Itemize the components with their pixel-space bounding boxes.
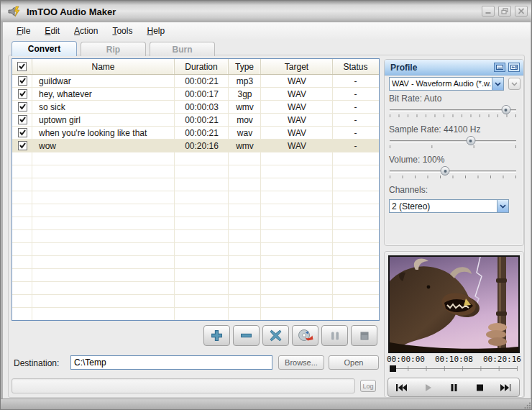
table-row-selected[interactable]: wow 00:20:16 wmv WAV -	[12, 140, 379, 152]
slider-ticks	[390, 114, 516, 117]
stop-button[interactable]	[351, 325, 377, 346]
file-list-body: guildwar 00:00:21 mp3 WAV - hey, whateve…	[12, 75, 379, 320]
empty-rows	[12, 152, 379, 320]
select-all-checkbox[interactable]	[17, 62, 27, 71]
row-checkbox[interactable]	[18, 102, 27, 111]
resize-grip[interactable]	[523, 401, 531, 409]
cell-type: mov	[229, 114, 261, 126]
header-check-cell	[12, 59, 32, 74]
menu-tools[interactable]: Tools	[112, 26, 132, 36]
file-list: Name Duration Type Target Status guildwa…	[12, 58, 380, 321]
row-checkbox[interactable]	[18, 89, 27, 99]
tab-burn[interactable]: Burn	[150, 42, 215, 56]
sample-rate-slider[interactable]	[390, 135, 516, 151]
window-title: ImTOO Audio Maker	[27, 6, 116, 17]
minimize-button[interactable]	[482, 6, 495, 17]
time-current: 00:10:08	[435, 355, 473, 364]
cell-status: -	[333, 127, 378, 139]
play-button[interactable]	[414, 378, 440, 396]
format-extra-button[interactable]	[508, 78, 520, 90]
seek-thumb[interactable]	[390, 365, 396, 372]
menu-bar: File Edit Action Tools Help	[3, 22, 531, 39]
skip-back-button[interactable]	[388, 378, 414, 396]
stop-playback-button[interactable]	[467, 378, 492, 396]
chevron-down-icon[interactable]	[492, 78, 503, 90]
window-controls	[482, 6, 528, 17]
cell-name: so sick	[32, 101, 175, 113]
profile-panel-icon[interactable]	[494, 63, 505, 72]
chevron-down-icon[interactable]	[497, 200, 508, 212]
menu-help[interactable]: Help	[147, 26, 165, 36]
collapse-panel-icon[interactable]	[508, 63, 520, 72]
browse-button[interactable]: Browse...	[278, 355, 324, 370]
cell-duration: 00:00:21	[175, 75, 229, 87]
slider-track	[390, 140, 516, 142]
add-file-button[interactable]	[203, 325, 230, 346]
bit-rate-label: Bit Rate: Auto	[389, 94, 441, 104]
menu-edit[interactable]: Edit	[45, 26, 60, 36]
channels-select[interactable]: 2 (Stereo)	[389, 199, 509, 213]
cell-name: wow	[32, 140, 175, 152]
table-row[interactable]: so sick 00:00:03 wmv WAV -	[12, 101, 379, 114]
header-duration[interactable]: Duration	[175, 59, 229, 74]
volume-thumb[interactable]	[441, 166, 450, 176]
destination-input[interactable]	[70, 355, 272, 370]
cell-type: wav	[229, 127, 261, 139]
restore-button[interactable]	[498, 6, 511, 17]
profile-title: Profile	[390, 63, 491, 73]
pause-playback-button[interactable]	[441, 378, 467, 396]
row-checkbox[interactable]	[18, 76, 27, 86]
skip-forward-button[interactable]	[493, 378, 519, 396]
table-row[interactable]: guildwar 00:00:21 mp3 WAV -	[12, 75, 379, 88]
cell-target: WAV	[261, 88, 333, 100]
titlebar: ImTOO Audio Maker	[1, 1, 532, 22]
menu-action[interactable]: Action	[74, 26, 98, 36]
cell-name: when you're looking like that	[32, 127, 175, 139]
header-type[interactable]: Type	[229, 59, 261, 74]
slider-ticks	[390, 176, 516, 178]
bit-rate-slider[interactable]	[390, 104, 516, 120]
table-row[interactable]: when you're looking like that 00:00:21 w…	[12, 127, 379, 140]
pause-button[interactable]	[321, 325, 348, 346]
menu-file[interactable]: File	[17, 26, 30, 36]
volume-slider[interactable]	[390, 165, 516, 181]
cell-name: uptown girl	[32, 114, 175, 126]
cell-status: -	[333, 88, 378, 100]
row-checkbox[interactable]	[18, 115, 27, 124]
close-button[interactable]	[515, 6, 528, 17]
format-select[interactable]: WAV - Waveform Audio (*.w.	[389, 77, 504, 91]
row-checkbox[interactable]	[18, 128, 27, 137]
seek-slider[interactable]	[390, 364, 518, 374]
header-name[interactable]: Name	[32, 59, 175, 74]
destination-label: Destination:	[14, 358, 59, 368]
cell-duration: 00:00:03	[175, 101, 229, 113]
convert-button[interactable]	[292, 325, 318, 346]
tab-strip: Convert Rip Burn	[12, 41, 215, 56]
channels-value: 2 (Stereo)	[390, 200, 497, 212]
header-target[interactable]: Target	[261, 59, 333, 74]
time-start: 00:00:00	[387, 355, 425, 364]
table-row[interactable]: hey, whatever 00:00:17 3gp WAV -	[12, 88, 379, 101]
time-display: 00:00:00 00:10:08 00:20:16	[387, 355, 521, 364]
slider-ticks	[390, 145, 516, 148]
bit-rate-thumb[interactable]	[501, 105, 510, 114]
cell-status: -	[333, 114, 378, 126]
cell-target: WAV	[261, 75, 333, 87]
sample-rate-thumb[interactable]	[466, 136, 475, 145]
log-button[interactable]: Log	[360, 380, 376, 392]
clear-list-button[interactable]	[262, 325, 289, 346]
cell-duration: 00:00:21	[175, 127, 229, 139]
playback-controls	[387, 378, 520, 397]
volume-label: Volume: 100%	[389, 155, 444, 165]
cell-duration: 00:20:16	[175, 140, 229, 152]
row-checkbox[interactable]	[18, 141, 27, 150]
tab-rip[interactable]: Rip	[81, 42, 146, 56]
header-status[interactable]: Status	[333, 59, 378, 74]
open-button[interactable]: Open	[329, 355, 379, 370]
table-row[interactable]: uptown girl 00:00:21 mov WAV -	[12, 114, 379, 127]
tab-convert[interactable]: Convert	[12, 41, 77, 56]
cell-duration: 00:00:21	[175, 114, 229, 126]
cell-type: wmv	[229, 101, 261, 113]
remove-file-button[interactable]	[233, 325, 260, 346]
cell-duration: 00:00:17	[175, 88, 229, 100]
